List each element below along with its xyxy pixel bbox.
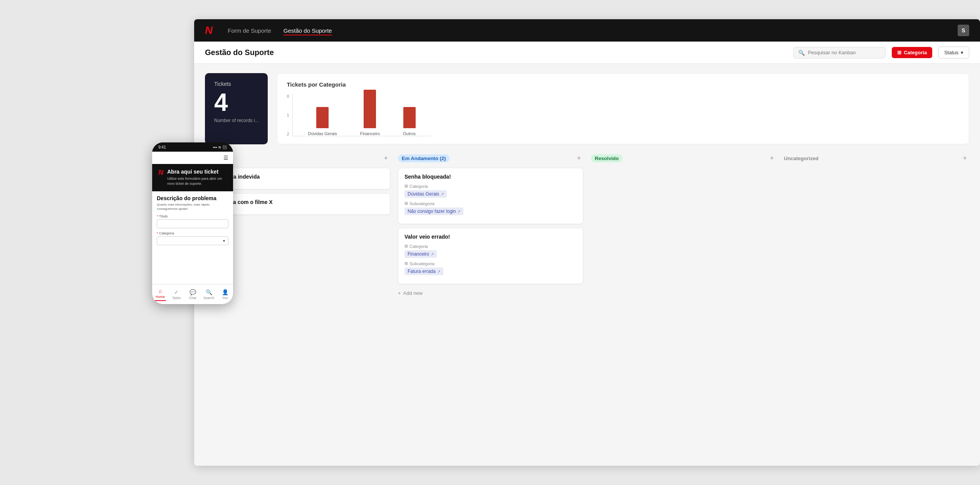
chart-card: Tickets por Categoria 2 1 0 Dúvidas Gera… <box>277 73 969 144</box>
field-label-subcategoria-valor: ⊞ Subcategoria <box>404 261 577 266</box>
tag-financeiro[interactable]: Financeiro ↗ <box>404 250 437 258</box>
phone-required-star-2: * <box>157 231 158 235</box>
tag-duvidas-gerais[interactable]: Dúvidas Gerais ↗ <box>404 190 447 198</box>
filter-label: Categoria <box>904 50 927 55</box>
add-uncategorized-button[interactable]: + <box>960 154 969 163</box>
kanban-col-em-andamento: Em Andamento (2) + Senha bloqueada! ⊞ Ca… <box>398 154 583 298</box>
phone-frame: 9:41 ▪▪▪ ≋ ⬛ ☰ N Abra aqui seu ticket Ut… <box>152 142 233 304</box>
phone-nav-you[interactable]: 👤 You <box>217 288 233 301</box>
card-title-senha: Senha bloqueada! <box>404 174 577 180</box>
phone-nav-search[interactable]: 🔍 Search <box>201 288 217 301</box>
tag-fatura-errada[interactable]: Fatura errada ↗ <box>404 268 443 275</box>
phone-nav-tasks-label: Tasks <box>172 296 181 300</box>
add-new-label: Add new <box>403 290 423 296</box>
phone-form-section-title: Descrição do problema <box>157 195 228 201</box>
y-label-2: 2 <box>287 132 289 136</box>
kanban-col-resolvido-header: Resolvido + <box>591 154 776 163</box>
kanban-col-resolvido: Resolvido + <box>591 154 776 298</box>
phone-nav-chat[interactable]: 💬 Chat <box>185 288 201 301</box>
mobile-phone-overlay: 9:41 ▪▪▪ ≋ ⬛ ☰ N Abra aqui seu ticket Ut… <box>152 142 233 304</box>
status-filter-button[interactable]: Status ▾ <box>938 47 969 59</box>
phone-menu-icon[interactable]: ☰ <box>223 155 228 161</box>
phone-nav-home-underline <box>154 300 166 301</box>
ticket-count: 4 <box>214 90 258 115</box>
top-nav: N Form de Suporte Gestão do Suporte S <box>194 19 980 42</box>
app-panel: N Form de Suporte Gestão do Suporte S Ge… <box>194 19 980 466</box>
phone-chevron-icon: ▾ <box>223 239 225 243</box>
filter-icon: ⊞ <box>897 50 901 55</box>
field-label-categoria-senha: ⊞ Categoria <box>404 184 577 189</box>
bar-label-financeiro: Financeiro <box>360 131 380 136</box>
search-box: 🔍 <box>793 47 886 59</box>
add-resolvido-button[interactable]: + <box>767 154 776 163</box>
add-novo-button[interactable]: + <box>381 154 390 163</box>
chevron-down-icon: ▾ <box>961 50 963 55</box>
tag-link-icon-2: ↗ <box>457 209 460 214</box>
tag-nao-consigo-login[interactable]: Não consigo fazer login ↗ <box>404 207 463 215</box>
chart-bars-area: Dúvidas Gerais Financeiro Outros <box>292 94 431 136</box>
ticket-count-card: Tickets 4 Number of records i... <box>205 73 268 144</box>
phone-form-area: Descrição do problema Quanto mais inform… <box>152 191 233 284</box>
phone-you-icon: 👤 <box>222 289 228 295</box>
phone-nav-chat-label: Chat <box>189 296 196 300</box>
sub-header: Gestão do Suporte 🔍 ⊞ Categoria Status ▾ <box>194 42 980 64</box>
chart-title: Tickets por Categoria <box>287 81 960 88</box>
field-label-categoria-valor: ⊞ Categoria <box>404 244 577 249</box>
phone-chat-icon: 💬 <box>190 289 196 295</box>
phone-nav-tasks[interactable]: ✓ Tasks <box>168 288 185 301</box>
phone-search-icon: 🔍 <box>206 289 212 295</box>
nav-link-gestao[interactable]: Gestão do Suporte <box>284 26 332 35</box>
page-title: Gestão do Suporte <box>205 48 787 57</box>
search-input[interactable] <box>808 50 881 55</box>
ticket-sublabel: Number of records i... <box>214 118 258 123</box>
phone-hero: N Abra aqui seu ticket Utilize este form… <box>152 164 233 191</box>
chart-bar-outros: Outros <box>403 107 416 136</box>
phone-nav-search-label: Search <box>203 296 215 300</box>
kanban-em-andamento-badge-area: Em Andamento (2) <box>398 154 450 162</box>
phone-hero-title: Abra aqui seu ticket <box>167 169 227 175</box>
card-title-filme: Problema com o filme X <box>211 199 384 205</box>
phone-hero-text: Abra aqui seu ticket Utilize este formul… <box>167 169 227 186</box>
badge-resolvido: Resolvido <box>591 154 623 162</box>
tag-link-icon: ↗ <box>441 192 444 196</box>
kanban-uncategorized-badge-area: Uncategorized <box>784 156 819 161</box>
phone-required-star: * <box>157 214 158 218</box>
phone-categoria-select[interactable]: ▾ <box>157 236 228 245</box>
badge-uncategorized: Uncategorized <box>784 156 819 161</box>
phone-hero-subtitle: Utilize este formulário para abrir um no… <box>167 176 227 186</box>
status-label: Status <box>944 50 958 55</box>
kanban-card-senha[interactable]: Senha bloqueada! ⊞ Categoria Dúvidas Ger… <box>398 168 583 224</box>
kanban-resolvido-badge-area: Resolvido <box>591 154 623 162</box>
phone-titulo-input[interactable] <box>157 219 228 228</box>
y-label-0: 0 <box>287 94 289 99</box>
kanban-card-valor[interactable]: Valor veio errado! ⊞ Categoria Financeir… <box>398 228 583 284</box>
phone-signal: ▪▪▪ ≋ ⬛ <box>213 145 227 149</box>
search-icon: 🔍 <box>798 50 805 56</box>
ticket-label: Tickets <box>214 81 258 87</box>
tag-link-icon-4: ↗ <box>437 269 440 274</box>
phone-nav-home[interactable]: ⌂ Home <box>152 286 168 303</box>
chart-bar-financeiro: Financeiro <box>360 90 380 136</box>
phone-nav-home-label: Home <box>156 295 165 299</box>
chart-y-axis: 2 1 0 <box>287 94 289 136</box>
phone-titulo-label: * Título <box>157 214 228 218</box>
chart-bar-duvidas: Dúvidas Gerais <box>308 107 337 136</box>
kanban-col-uncategorized-header: Uncategorized + <box>784 154 969 163</box>
bar-label-outros: Outros <box>403 131 416 136</box>
field-label-subcategoria-senha: ⊞ Subcategoria <box>404 201 577 206</box>
nav-link-form[interactable]: Form de Suporte <box>228 26 271 35</box>
user-avatar[interactable]: S <box>958 25 969 36</box>
bar-financeiro <box>364 90 376 128</box>
bar-label-duvidas: Dúvidas Gerais <box>308 131 337 136</box>
plus-icon: + <box>398 290 401 296</box>
field-icon-subcategoria-valor: ⊞ <box>404 261 408 266</box>
categoria-filter-button[interactable]: ⊞ Categoria <box>892 47 932 58</box>
kanban-col-uncategorized: Uncategorized + <box>784 154 969 298</box>
stats-row: Tickets 4 Number of records i... Tickets… <box>205 73 969 144</box>
add-em-andamento-button[interactable]: + <box>574 154 583 163</box>
add-new-em-andamento-button[interactable]: + Add new <box>398 288 423 298</box>
kanban-col-em-andamento-header: Em Andamento (2) + <box>398 154 583 163</box>
phone-categoria-label: * Categoria <box>157 231 228 235</box>
netflix-logo: N <box>205 24 212 37</box>
bar-outros <box>403 107 416 128</box>
